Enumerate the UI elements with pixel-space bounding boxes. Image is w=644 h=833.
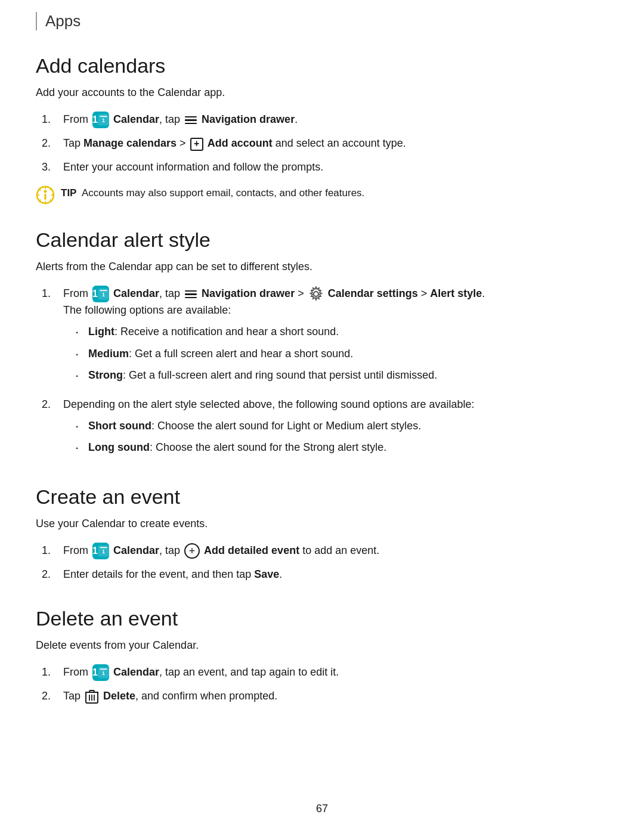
svg-text:1: 1 — [102, 549, 105, 555]
list-item: 1. From 1 Calendar, tap an event, and ta… — [42, 664, 608, 681]
nav-drawer-icon — [184, 289, 197, 299]
bullet-content: Medium: Get a full screen alert and hear… — [88, 346, 353, 363]
calendar-label: Calendar — [113, 287, 159, 299]
list-number: 2. — [42, 566, 63, 583]
svg-rect-15 — [100, 290, 107, 291]
trash-icon — [85, 689, 99, 705]
section-title-create-event: Create an event — [36, 485, 608, 509]
list-number: 2. — [42, 397, 63, 413]
list-item: 2. Enter details for the event, and then… — [42, 566, 608, 583]
alert-style-bullets: · Light: Receive a notification and hear… — [75, 324, 608, 385]
list-content: Depending on the alert style selected ab… — [63, 397, 608, 462]
add-detailed-event-label: Add detailed event — [204, 544, 299, 556]
section-desc-alert-style: Alerts from the Calendar app can be set … — [36, 259, 608, 275]
list-item: 2. Tap Manage calendars > + Add account … — [42, 135, 608, 152]
alert-style-list: 1. From 1 Calendar, tap Navigation — [42, 286, 608, 462]
section-title-add-calendars: Add calendars — [36, 54, 608, 78]
create-event-list: 1. From 1 Calendar, tap + Add detailed e… — [42, 543, 608, 583]
bullet-dot: · — [75, 346, 88, 363]
list-number: 1. — [42, 543, 63, 559]
calendar-settings-label: Calendar settings — [328, 287, 418, 299]
bullet-dot: · — [75, 367, 88, 385]
add-calendars-list: 1. From 1 Calendar, tap Navigation — [42, 112, 608, 176]
bullet-content: Short sound: Choose the alert sound for … — [88, 418, 421, 435]
add-account-label: Add account — [208, 137, 273, 149]
bullet-item: · Long sound: Choose the alert sound for… — [75, 439, 608, 457]
add-detailed-event-icon: + — [184, 543, 200, 559]
section-create-event: Create an event Use your Calendar to cre… — [36, 485, 608, 583]
section-desc-delete-event: Delete events from your Calendar. — [36, 637, 608, 654]
bullet-dot: · — [75, 439, 88, 457]
section-desc-create-event: Use your Calendar to create events. — [36, 516, 608, 532]
calendar-app-icon: 1 — [92, 664, 109, 681]
section-calendar-alert-style: Calendar alert style Alerts from the Cal… — [36, 228, 608, 462]
calendar-app-icon: 1 — [92, 543, 109, 559]
page-container: Apps Add calendars Add your accounts to … — [0, 0, 644, 833]
bullet-dot: · — [75, 324, 88, 341]
tip-icon — [36, 185, 55, 205]
add-icon: + — [190, 138, 203, 151]
list-content: From 1 Calendar, tap Navigation drawer. — [63, 112, 608, 128]
svg-point-17 — [314, 292, 318, 296]
svg-text:1: 1 — [102, 671, 105, 677]
section-delete-event: Delete an event Delete events from your … — [36, 607, 608, 705]
bullet-item: · Strong: Get a full-screen alert and ri… — [75, 367, 608, 385]
list-content: From 1 Calendar, tap + Add detailed even… — [63, 543, 608, 559]
list-number: 2. — [42, 135, 63, 152]
calendar-label: Calendar — [113, 113, 159, 125]
list-content: Enter details for the event, and then ta… — [63, 566, 608, 583]
calendar-app-icon: 1 — [92, 286, 109, 302]
list-content: Tap Manage calendars > + Add account and… — [63, 135, 608, 152]
sound-options-bullets: · Short sound: Choose the alert sound fo… — [75, 418, 608, 457]
bullet-item: · Medium: Get a full screen alert and he… — [75, 346, 608, 363]
bullet-content: Long sound: Choose the alert sound for t… — [88, 439, 386, 456]
bullet-dot: · — [75, 418, 88, 435]
save-label: Save — [254, 568, 279, 580]
svg-rect-19 — [100, 547, 107, 548]
gear-icon — [308, 286, 324, 302]
list-number: 3. — [42, 159, 63, 176]
list-number: 1. — [42, 286, 63, 302]
svg-rect-5 — [45, 194, 47, 200]
section-title-alert-style: Calendar alert style — [36, 228, 608, 252]
delete-label: Delete — [103, 690, 135, 702]
bullet-item: · Light: Receive a notification and hear… — [75, 324, 608, 341]
tip-box: TIP Accounts may also support email, con… — [36, 185, 608, 205]
svg-text:1: 1 — [102, 292, 105, 298]
calendar-label: Calendar — [113, 666, 159, 678]
svg-point-4 — [44, 190, 47, 193]
section-add-calendars: Add calendars Add your accounts to the C… — [36, 54, 608, 205]
list-content: Tap Delete, and confirm when prompted. — [63, 688, 608, 705]
list-item: 2. Depending on the alert style selected… — [42, 397, 608, 462]
svg-rect-1 — [100, 116, 107, 117]
manage-calendars-label: Manage calendars — [83, 137, 177, 149]
bullet-content: Strong: Get a full-screen alert and ring… — [88, 367, 437, 384]
bullet-item: · Short sound: Choose the alert sound fo… — [75, 418, 608, 435]
page-footer: 67 — [0, 803, 644, 815]
tip-text: TIP Accounts may also support email, con… — [61, 185, 364, 201]
list-item: 3. Enter your account information and fo… — [42, 159, 608, 176]
page-number: 67 — [316, 803, 328, 815]
list-item: 2. Tap Delete, and confirm when p — [42, 688, 608, 705]
nav-drawer-label: Navigation drawer — [202, 287, 295, 299]
list-item: 1. From 1 Calendar, tap Navigation — [42, 286, 608, 389]
section-desc-add-calendars: Add your accounts to the Calendar app. — [36, 85, 608, 101]
alert-style-label: Alert style — [430, 287, 482, 299]
tip-label: TIP — [61, 187, 76, 199]
list-content: From 1 Calendar, tap Navigation drawer > — [63, 286, 608, 389]
list-number: 2. — [42, 688, 63, 705]
calendar-app-icon: 1 — [92, 112, 109, 128]
list-number: 1. — [42, 664, 63, 681]
section-title-delete-event: Delete an event — [36, 607, 608, 630]
bullet-content: Light: Receive a notification and hear a… — [88, 324, 339, 340]
list-content: Enter your account information and follo… — [63, 159, 608, 176]
svg-rect-22 — [100, 669, 107, 670]
svg-text:1: 1 — [102, 117, 105, 123]
calendar-label: Calendar — [113, 544, 159, 556]
list-content: From 1 Calendar, tap an event, and tap a… — [63, 664, 608, 681]
page-section-label: Apps — [45, 12, 80, 30]
list-item: 1. From 1 Calendar, tap + Add detailed e… — [42, 543, 608, 559]
nav-drawer-label: Navigation drawer — [202, 113, 295, 125]
list-number: 1. — [42, 112, 63, 128]
nav-drawer-icon — [184, 114, 197, 125]
